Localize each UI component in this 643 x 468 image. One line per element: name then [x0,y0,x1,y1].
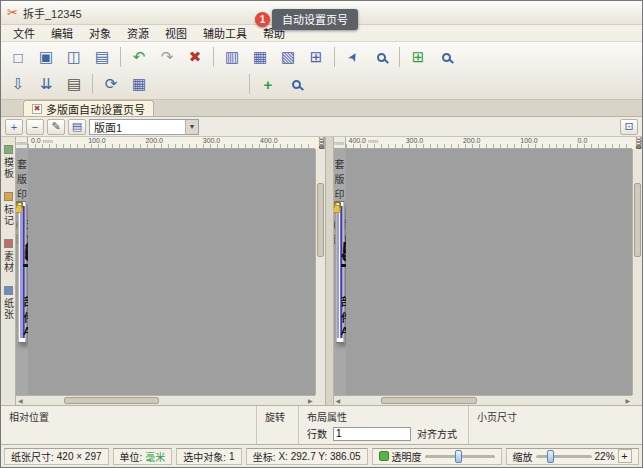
layout-toolbar: + − ✎ ▤ 版面1 ▼ ⊡ [1,117,642,137]
redo-button[interactable]: ↷ [154,45,180,69]
new-window-button[interactable]: ⊞ [303,45,329,69]
relative-position-panel: 相对位置 [1,406,256,444]
sheet-front[interactable]: 6 部件 A1 3 部件 A1 [18,201,27,344]
duplicate-layout-button[interactable]: ▤ [68,119,86,135]
scrollbar-thumb[interactable] [317,183,324,257]
fit-view-button[interactable]: ⊡ [620,119,638,135]
panel-title: 相对位置 [9,409,248,424]
scroll-left-icon[interactable]: ◀ [336,397,341,404]
column-layout-button[interactable]: ▥ [219,45,245,69]
ruler-label: 300.0 [203,137,221,144]
select-tool-button[interactable]: ➤ [340,45,366,69]
annotation-tooltip: 自动设置页号 [272,9,358,30]
ruler-label: 0.0 mm [31,137,53,144]
scroll-right-icon[interactable]: ▶ [625,397,630,404]
new-sheet-icon: □ [13,49,22,66]
coordinates-status: 坐标:X: 292.7 Y: 386.05 [246,448,368,465]
canvas-back[interactable]: 套版印刷 (背面) 4 部件 A1 5 [334,149,346,395]
opacity-slider[interactable] [425,455,495,458]
menu-resource[interactable]: 资源 [119,24,157,42]
rows-input[interactable] [333,427,411,441]
menu-object[interactable]: 对象 [81,24,119,42]
import-sheet-icon: ▤ [95,48,109,66]
tab-auto-page-number[interactable]: ✖ 多版面自动设置页号 [23,100,154,116]
menu-file[interactable]: 文件 [5,24,43,42]
duplicate-sheet-icon: ◫ [67,48,81,66]
layout-properties-panel: 布局属性 行数 对齐方式 [298,406,468,444]
view-grid-button[interactable]: ▦ [126,72,152,96]
delete-icon: ✖ [189,48,202,66]
rotation-panel: 旋转 [256,406,298,444]
panel-front: mm 0.0 mm 100.0 200.0 300.0 400.0 200.0 … [16,137,325,405]
vertical-scrollbar-front[interactable] [315,149,325,395]
layout-select-value: 版面1 [94,119,122,135]
add-layout-button[interactable]: + [5,119,23,135]
sheet-properties-icon: ▣ [39,48,53,66]
slider-thumb[interactable] [547,450,554,463]
delete-button[interactable]: ✖ [182,45,208,69]
refresh-button[interactable]: ⟳ [98,72,124,96]
sheet-back[interactable]: 4 部件 A1 5 部件 A1 [335,201,344,344]
page-size-panel: 小页尺寸 [468,406,642,444]
grid-layout-button[interactable]: ▦ [247,45,273,69]
table-search-button[interactable] [283,72,309,96]
toolbar-separator [249,74,250,94]
toolbar-separator [92,74,93,94]
remove-layout-button[interactable]: − [26,119,44,135]
zoom-tool-button[interactable] [368,45,394,69]
add-table-button[interactable]: ⊞ [405,45,431,69]
scroll-left-icon[interactable]: ◀ [18,397,23,404]
scrollbar-thumb[interactable] [381,397,477,404]
menu-tools[interactable]: 辅助工具 [195,24,255,42]
zoom-value: 22% [595,451,615,462]
panel-title: 布局属性 [307,409,460,424]
sidebar-item-marks[interactable]: 标记 [1,192,16,226]
find-table-button[interactable] [433,45,459,69]
paper-size-status: 纸张尺寸:420 × 297 [4,448,109,465]
scrollbar-thumb[interactable] [634,183,641,257]
save-all-icon: ⇊ [40,75,53,93]
page-view-button[interactable]: ▧ [275,45,301,69]
layout-select[interactable]: 版面1 ▼ [89,119,199,135]
ruler-origin-back[interactable]: mm [334,137,346,149]
new-sheet-button[interactable]: □ [5,45,31,69]
material-icon [4,239,13,248]
sidebar-item-paper[interactable]: 纸张 [1,286,16,320]
ruler-label: 100.0 [88,137,106,144]
horizontal-scrollbar-back[interactable]: ◀ ▶ [334,395,633,405]
toolbar-separator [120,47,121,67]
new-window-icon: ⊞ [310,48,323,66]
scrollbar-thumb[interactable] [64,397,160,404]
edit-layout-button[interactable]: ✎ [47,119,65,135]
sidebar-item-template[interactable]: 模板 [1,145,16,179]
vertical-scrollbar-back[interactable] [632,149,642,395]
canvas-front[interactable]: 套版印刷 (正面) 6 部件 A1 3 [16,149,28,395]
lock-icon [16,205,23,213]
grid-toggle-icon[interactable] [379,451,389,461]
scroll-right-icon[interactable]: ▶ [308,397,313,404]
menu-view[interactable]: 视图 [157,24,195,42]
add-grid-button[interactable]: + [255,72,281,96]
ruler-label: 200.0 [145,137,163,144]
undo-button[interactable]: ↶ [126,45,152,69]
slider-thumb[interactable] [455,450,462,463]
opacity-label: 透明度 [392,449,422,464]
menu-edit[interactable]: 编辑 [43,24,81,42]
paper-icon [4,286,13,295]
print-button[interactable]: ▤ [61,72,87,96]
sidebar-item-material[interactable]: 素材 [1,239,16,273]
save-icon: ⇩ [12,75,25,93]
panel-splitter[interactable] [325,137,334,405]
zoom-slider[interactable] [536,455,592,458]
save-button[interactable]: ⇩ [5,72,31,96]
import-sheet-button[interactable]: ▤ [89,45,115,69]
ruler-origin-front[interactable]: mm [16,137,28,149]
tab-close-icon[interactable]: ✖ [32,104,42,114]
zoom-in-button[interactable]: + [618,449,632,463]
save-all-button[interactable]: ⇊ [33,72,59,96]
ruler-label: 200.0 [463,137,481,144]
duplicate-sheet-button[interactable]: ◫ [61,45,87,69]
sheet-properties-button[interactable]: ▣ [33,45,59,69]
horizontal-scrollbar-front[interactable]: ◀ ▶ [16,395,315,405]
view-grid-icon: ▦ [132,75,146,93]
